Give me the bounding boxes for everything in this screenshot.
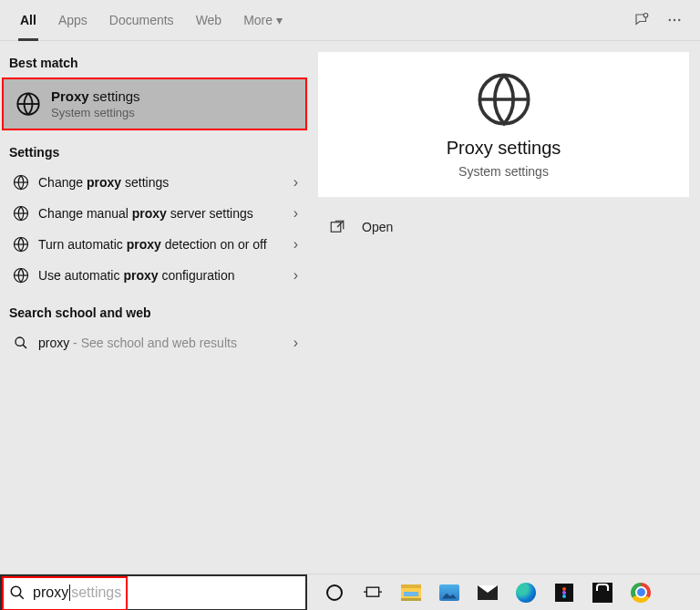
search-filter-tabs: All Apps Documents Web More▾ xyxy=(0,0,700,41)
svg-point-9 xyxy=(15,337,24,346)
search-icon xyxy=(9,584,26,601)
svg-rect-13 xyxy=(366,587,378,596)
open-action[interactable]: Open xyxy=(318,206,689,248)
web-result-label: proxy - See school and web results xyxy=(38,336,293,350)
text-cursor xyxy=(69,584,70,601)
section-settings: Settings xyxy=(0,130,307,167)
globe-icon xyxy=(9,174,33,191)
chevron-right-icon: › xyxy=(293,236,298,253)
open-icon xyxy=(327,219,347,235)
settings-result-label: Change manual proxy server settings xyxy=(38,206,293,221)
globe-icon xyxy=(9,236,33,253)
settings-result-auto-config[interactable]: Use automatic proxy configuration › xyxy=(0,260,307,291)
tab-apps[interactable]: Apps xyxy=(47,0,98,41)
settings-result-label: Change proxy settings xyxy=(38,175,293,190)
settings-result-auto-detection[interactable]: Turn automatic proxy detection on or off… xyxy=(0,229,307,260)
search-input[interactable]: proxy settings xyxy=(0,574,307,611)
tab-more[interactable]: More▾ xyxy=(232,0,293,41)
taskbar-store-icon[interactable] xyxy=(592,582,613,604)
chevron-right-icon: › xyxy=(293,267,298,284)
svg-point-2 xyxy=(674,19,675,21)
svg-point-0 xyxy=(643,14,648,18)
search-results-pane: Best match Proxy settings System setting… xyxy=(0,41,307,574)
taskbar-explorer-icon[interactable] xyxy=(400,582,422,604)
search-typed-text: proxy xyxy=(33,584,68,601)
best-match-subtitle: System settings xyxy=(51,106,140,119)
svg-point-1 xyxy=(669,19,671,21)
globe-icon xyxy=(475,70,533,129)
svg-rect-11 xyxy=(331,222,341,233)
best-match-title: Proxy settings xyxy=(51,88,140,104)
taskbar-figma-icon[interactable] xyxy=(553,582,575,604)
tab-web[interactable]: Web xyxy=(185,0,233,41)
svg-point-12 xyxy=(11,586,21,596)
section-best-match: Best match xyxy=(0,41,307,78)
open-label: Open xyxy=(362,220,393,234)
taskbar-cortana-icon[interactable] xyxy=(324,582,345,604)
best-match-item[interactable]: Proxy settings System settings xyxy=(2,78,307,130)
settings-result-label: Turn automatic proxy detection on or off xyxy=(38,237,293,252)
chevron-right-icon: › xyxy=(293,335,298,351)
chevron-right-icon: › xyxy=(293,205,298,222)
settings-result-label: Use automatic proxy configuration xyxy=(38,268,293,283)
web-result-proxy[interactable]: proxy - See school and web results › xyxy=(0,327,307,358)
section-school-web: Search school and web xyxy=(0,291,307,327)
caret-down-icon: ▾ xyxy=(276,13,283,27)
tab-all[interactable]: All xyxy=(9,0,47,41)
search-icon xyxy=(9,336,33,350)
settings-result-change-proxy[interactable]: Change proxy settings › xyxy=(0,167,307,198)
feedback-icon[interactable] xyxy=(625,12,658,28)
tab-documents[interactable]: Documents xyxy=(98,0,185,41)
globe-icon xyxy=(13,88,44,119)
more-options-icon[interactable] xyxy=(658,12,691,28)
taskbar-mail-icon[interactable] xyxy=(477,582,499,604)
detail-subtitle: System settings xyxy=(458,164,549,179)
taskbar-chrome-icon[interactable] xyxy=(630,582,652,604)
globe-icon xyxy=(9,267,33,284)
taskbar-photos-icon[interactable] xyxy=(438,582,460,604)
chevron-right-icon: › xyxy=(293,174,298,191)
taskbar-taskview-icon[interactable] xyxy=(362,582,384,604)
taskbar: proxy settings xyxy=(0,574,700,610)
detail-card: Proxy settings System settings xyxy=(318,52,689,197)
detail-pane: Proxy settings System settings Open xyxy=(307,41,700,574)
svg-point-3 xyxy=(678,19,680,21)
settings-result-manual-proxy[interactable]: Change manual proxy server settings › xyxy=(0,198,307,229)
search-autosuggest-text: settings xyxy=(71,584,121,601)
globe-icon xyxy=(9,205,33,222)
taskbar-edge-icon[interactable] xyxy=(515,582,537,604)
detail-title: Proxy settings xyxy=(447,138,561,159)
